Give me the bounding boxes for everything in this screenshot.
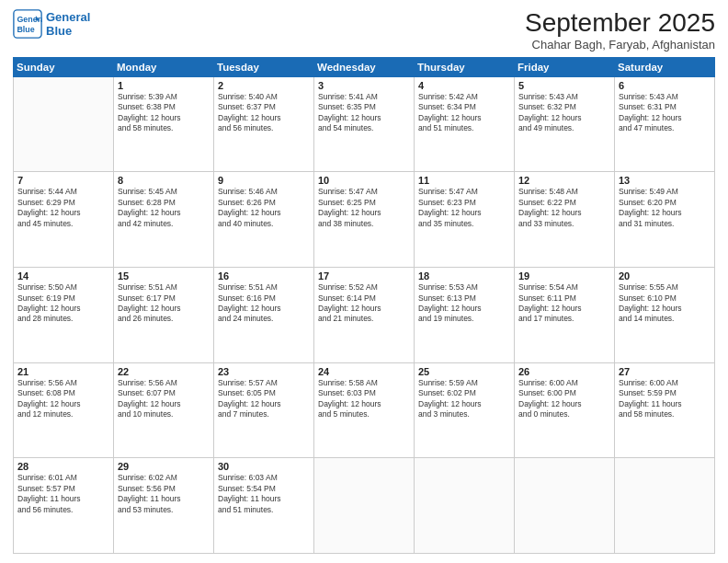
day-info: Sunrise: 5:50 AM Sunset: 6:19 PM Dayligh… bbox=[17, 282, 109, 325]
logo: General Blue General Blue bbox=[13, 9, 90, 39]
calendar-cell bbox=[314, 458, 415, 554]
calendar-cell: 3Sunrise: 5:41 AM Sunset: 6:35 PM Daylig… bbox=[314, 76, 415, 172]
calendar-cell: 26Sunrise: 6:00 AM Sunset: 6:00 PM Dayli… bbox=[515, 362, 615, 458]
day-info: Sunrise: 5:48 AM Sunset: 6:22 PM Dayligh… bbox=[518, 187, 610, 229]
col-header-sunday: Sunday bbox=[14, 57, 114, 76]
week-row-3: 21Sunrise: 5:56 AM Sunset: 6:08 PM Dayli… bbox=[14, 362, 715, 458]
day-number: 12 bbox=[518, 175, 610, 186]
day-number: 14 bbox=[17, 270, 109, 282]
day-number: 30 bbox=[218, 461, 310, 472]
day-info: Sunrise: 5:47 AM Sunset: 6:23 PM Dayligh… bbox=[418, 187, 510, 229]
col-header-thursday: Thursday bbox=[415, 57, 515, 76]
day-info: Sunrise: 6:03 AM Sunset: 5:54 PM Dayligh… bbox=[218, 473, 310, 515]
location: Chahar Bagh, Faryab, Afghanistan bbox=[525, 38, 715, 52]
col-header-tuesday: Tuesday bbox=[214, 57, 314, 76]
week-row-0: 1Sunrise: 5:39 AM Sunset: 6:38 PM Daylig… bbox=[14, 76, 715, 172]
calendar-cell: 10Sunrise: 5:47 AM Sunset: 6:25 PM Dayli… bbox=[314, 172, 415, 268]
calendar-cell: 21Sunrise: 5:56 AM Sunset: 6:08 PM Dayli… bbox=[14, 362, 114, 458]
day-number: 13 bbox=[619, 175, 711, 186]
day-number: 18 bbox=[418, 270, 510, 282]
day-number: 22 bbox=[118, 366, 210, 377]
day-info: Sunrise: 5:51 AM Sunset: 6:17 PM Dayligh… bbox=[118, 282, 210, 325]
day-number: 8 bbox=[118, 175, 210, 186]
day-info: Sunrise: 5:43 AM Sunset: 6:31 PM Dayligh… bbox=[619, 92, 711, 134]
col-header-wednesday: Wednesday bbox=[314, 57, 415, 76]
calendar-cell: 19Sunrise: 5:54 AM Sunset: 6:11 PM Dayli… bbox=[515, 268, 615, 363]
day-number: 16 bbox=[218, 270, 310, 282]
day-number: 19 bbox=[518, 270, 610, 282]
col-header-saturday: Saturday bbox=[615, 57, 715, 76]
month-title: September 2025 bbox=[525, 9, 715, 38]
svg-text:Blue: Blue bbox=[17, 25, 34, 34]
day-info: Sunrise: 5:57 AM Sunset: 6:05 PM Dayligh… bbox=[218, 378, 310, 420]
calendar-cell: 16Sunrise: 5:51 AM Sunset: 6:16 PM Dayli… bbox=[214, 268, 314, 363]
day-number: 5 bbox=[518, 80, 610, 91]
day-number: 21 bbox=[17, 366, 109, 377]
day-info: Sunrise: 6:02 AM Sunset: 5:56 PM Dayligh… bbox=[118, 473, 210, 515]
day-number: 27 bbox=[619, 366, 711, 377]
week-row-4: 28Sunrise: 6:01 AM Sunset: 5:57 PM Dayli… bbox=[14, 458, 715, 554]
day-info: Sunrise: 5:40 AM Sunset: 6:37 PM Dayligh… bbox=[218, 92, 310, 134]
day-info: Sunrise: 5:47 AM Sunset: 6:25 PM Dayligh… bbox=[318, 187, 410, 229]
calendar-cell: 23Sunrise: 5:57 AM Sunset: 6:05 PM Dayli… bbox=[214, 362, 314, 458]
calendar-cell bbox=[14, 76, 114, 172]
day-info: Sunrise: 5:59 AM Sunset: 6:02 PM Dayligh… bbox=[418, 378, 510, 420]
day-number: 28 bbox=[17, 461, 109, 472]
calendar-cell: 28Sunrise: 6:01 AM Sunset: 5:57 PM Dayli… bbox=[14, 458, 114, 554]
day-number: 24 bbox=[318, 366, 410, 377]
day-number: 3 bbox=[318, 80, 410, 91]
day-info: Sunrise: 5:56 AM Sunset: 6:08 PM Dayligh… bbox=[17, 378, 109, 420]
day-info: Sunrise: 6:00 AM Sunset: 5:59 PM Dayligh… bbox=[619, 378, 711, 420]
day-info: Sunrise: 5:58 AM Sunset: 6:03 PM Dayligh… bbox=[318, 378, 410, 420]
day-info: Sunrise: 5:44 AM Sunset: 6:29 PM Dayligh… bbox=[17, 187, 109, 229]
day-info: Sunrise: 5:51 AM Sunset: 6:16 PM Dayligh… bbox=[218, 282, 310, 325]
calendar-cell: 25Sunrise: 5:59 AM Sunset: 6:02 PM Dayli… bbox=[415, 362, 515, 458]
day-info: Sunrise: 5:41 AM Sunset: 6:35 PM Dayligh… bbox=[318, 92, 410, 134]
day-info: Sunrise: 6:00 AM Sunset: 6:00 PM Dayligh… bbox=[518, 378, 610, 420]
day-number: 11 bbox=[418, 175, 510, 186]
col-header-monday: Monday bbox=[114, 57, 214, 76]
day-info: Sunrise: 5:49 AM Sunset: 6:20 PM Dayligh… bbox=[619, 187, 711, 229]
day-info: Sunrise: 5:45 AM Sunset: 6:28 PM Dayligh… bbox=[118, 187, 210, 229]
day-info: Sunrise: 5:52 AM Sunset: 6:14 PM Dayligh… bbox=[318, 282, 410, 325]
calendar-cell: 4Sunrise: 5:42 AM Sunset: 6:34 PM Daylig… bbox=[415, 76, 515, 172]
calendar-cell bbox=[415, 458, 515, 554]
calendar-cell: 11Sunrise: 5:47 AM Sunset: 6:23 PM Dayli… bbox=[415, 172, 515, 268]
day-info: Sunrise: 5:56 AM Sunset: 6:07 PM Dayligh… bbox=[118, 378, 210, 420]
day-number: 26 bbox=[518, 366, 610, 377]
calendar-cell: 2Sunrise: 5:40 AM Sunset: 6:37 PM Daylig… bbox=[214, 76, 314, 172]
calendar-cell: 13Sunrise: 5:49 AM Sunset: 6:20 PM Dayli… bbox=[615, 172, 715, 268]
calendar-cell: 7Sunrise: 5:44 AM Sunset: 6:29 PM Daylig… bbox=[14, 172, 114, 268]
calendar-cell: 20Sunrise: 5:55 AM Sunset: 6:10 PM Dayli… bbox=[615, 268, 715, 363]
day-number: 25 bbox=[418, 366, 510, 377]
day-number: 7 bbox=[17, 175, 109, 186]
calendar-cell: 6Sunrise: 5:43 AM Sunset: 6:31 PM Daylig… bbox=[615, 76, 715, 172]
calendar-cell: 30Sunrise: 6:03 AM Sunset: 5:54 PM Dayli… bbox=[214, 458, 314, 554]
day-number: 23 bbox=[218, 366, 310, 377]
calendar-cell: 27Sunrise: 6:00 AM Sunset: 5:59 PM Dayli… bbox=[615, 362, 715, 458]
day-info: Sunrise: 5:55 AM Sunset: 6:10 PM Dayligh… bbox=[619, 282, 711, 325]
week-row-2: 14Sunrise: 5:50 AM Sunset: 6:19 PM Dayli… bbox=[14, 268, 715, 363]
calendar-cell: 22Sunrise: 5:56 AM Sunset: 6:07 PM Dayli… bbox=[114, 362, 214, 458]
logo-text: General Blue bbox=[46, 10, 90, 38]
day-info: Sunrise: 5:42 AM Sunset: 6:34 PM Dayligh… bbox=[418, 92, 510, 134]
header: General Blue General Blue September 2025… bbox=[13, 9, 715, 52]
day-number: 1 bbox=[118, 80, 210, 91]
calendar-header-row: SundayMondayTuesdayWednesdayThursdayFrid… bbox=[14, 57, 715, 76]
day-number: 20 bbox=[619, 270, 711, 282]
day-number: 10 bbox=[318, 175, 410, 186]
day-info: Sunrise: 5:54 AM Sunset: 6:11 PM Dayligh… bbox=[518, 282, 610, 325]
calendar-cell bbox=[615, 458, 715, 554]
day-number: 15 bbox=[118, 270, 210, 282]
day-number: 29 bbox=[118, 461, 210, 472]
day-number: 9 bbox=[218, 175, 310, 186]
calendar-cell: 12Sunrise: 5:48 AM Sunset: 6:22 PM Dayli… bbox=[515, 172, 615, 268]
day-info: Sunrise: 5:46 AM Sunset: 6:26 PM Dayligh… bbox=[218, 187, 310, 229]
calendar-table: SundayMondayTuesdayWednesdayThursdayFrid… bbox=[13, 57, 715, 554]
col-header-friday: Friday bbox=[515, 57, 615, 76]
calendar-cell: 18Sunrise: 5:53 AM Sunset: 6:13 PM Dayli… bbox=[415, 268, 515, 363]
title-block: September 2025 Chahar Bagh, Faryab, Afgh… bbox=[525, 9, 715, 52]
calendar-cell: 29Sunrise: 6:02 AM Sunset: 5:56 PM Dayli… bbox=[114, 458, 214, 554]
calendar-cell: 24Sunrise: 5:58 AM Sunset: 6:03 PM Dayli… bbox=[314, 362, 415, 458]
day-number: 2 bbox=[218, 80, 310, 91]
